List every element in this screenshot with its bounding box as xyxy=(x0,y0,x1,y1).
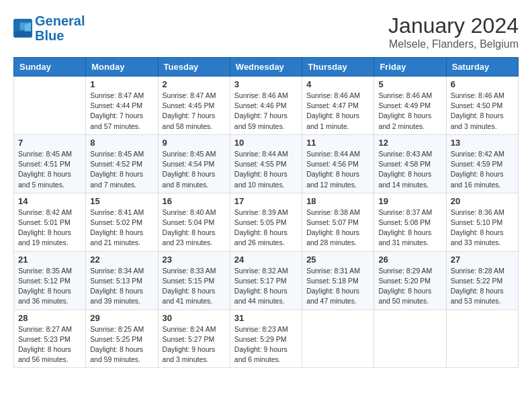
day-number: 2 xyxy=(163,79,226,89)
day-number: 18 xyxy=(306,196,369,206)
header-thursday: Thursday xyxy=(302,58,374,77)
day-info: Sunrise: 8:41 AM Sunset: 5:02 PM Dayligh… xyxy=(90,208,153,248)
day-info: Sunrise: 8:46 AM Sunset: 4:50 PM Dayligh… xyxy=(451,91,514,132)
day-number: 24 xyxy=(234,255,298,265)
day-info: Sunrise: 8:34 AM Sunset: 5:13 PM Dayligh… xyxy=(90,266,153,307)
calendar-cell: 11Sunrise: 8:44 AM Sunset: 4:56 PM Dayli… xyxy=(302,134,374,193)
day-number: 22 xyxy=(90,255,153,265)
calendar-cell: 1Sunrise: 8:47 AM Sunset: 4:44 PM Daylig… xyxy=(86,77,158,135)
day-info: Sunrise: 8:47 AM Sunset: 4:44 PM Dayligh… xyxy=(90,91,153,132)
day-info: Sunrise: 8:46 AM Sunset: 4:46 PM Dayligh… xyxy=(234,91,298,132)
calendar-cell: 29Sunrise: 8:25 AM Sunset: 5:25 PM Dayli… xyxy=(86,310,158,368)
calendar-cell: 21Sunrise: 8:35 AM Sunset: 5:12 PM Dayli… xyxy=(14,251,86,310)
calendar-cell: 5Sunrise: 8:46 AM Sunset: 4:49 PM Daylig… xyxy=(374,77,446,135)
calendar-cell: 25Sunrise: 8:31 AM Sunset: 5:18 PM Dayli… xyxy=(302,251,374,310)
calendar-cell: 22Sunrise: 8:34 AM Sunset: 5:13 PM Dayli… xyxy=(86,251,158,310)
header-tuesday: Tuesday xyxy=(158,58,230,77)
day-number: 12 xyxy=(378,138,441,148)
header-wednesday: Wednesday xyxy=(230,58,302,77)
day-number: 30 xyxy=(163,313,226,323)
calendar-cell xyxy=(374,310,446,368)
day-info: Sunrise: 8:37 AM Sunset: 5:08 PM Dayligh… xyxy=(378,208,441,248)
day-info: Sunrise: 8:28 AM Sunset: 5:22 PM Dayligh… xyxy=(451,266,514,307)
day-info: Sunrise: 8:24 AM Sunset: 5:27 PM Dayligh… xyxy=(163,324,226,365)
day-number: 29 xyxy=(90,313,153,323)
header-saturday: Saturday xyxy=(446,58,518,77)
calendar-cell: 4Sunrise: 8:46 AM Sunset: 4:47 PM Daylig… xyxy=(302,77,374,135)
week-row-4: 28Sunrise: 8:27 AM Sunset: 5:23 PM Dayli… xyxy=(14,310,519,368)
day-number: 25 xyxy=(306,255,369,265)
logo: General Blue xyxy=(13,13,85,43)
calendar-cell: 14Sunrise: 8:42 AM Sunset: 5:01 PM Dayli… xyxy=(14,193,86,251)
week-row-1: 7Sunrise: 8:45 AM Sunset: 4:51 PM Daylig… xyxy=(14,134,519,193)
calendar-cell: 15Sunrise: 8:41 AM Sunset: 5:02 PM Dayli… xyxy=(86,193,158,251)
header-friday: Friday xyxy=(374,58,446,77)
calendar-cell: 6Sunrise: 8:46 AM Sunset: 4:50 PM Daylig… xyxy=(446,77,518,135)
day-info: Sunrise: 8:38 AM Sunset: 5:07 PM Dayligh… xyxy=(306,208,369,248)
day-info: Sunrise: 8:33 AM Sunset: 5:15 PM Dayligh… xyxy=(163,266,226,307)
week-row-0: 1Sunrise: 8:47 AM Sunset: 4:44 PM Daylig… xyxy=(14,77,519,135)
calendar-cell: 23Sunrise: 8:33 AM Sunset: 5:15 PM Dayli… xyxy=(158,251,230,310)
day-number: 13 xyxy=(451,138,514,148)
day-number: 26 xyxy=(378,255,441,265)
day-info: Sunrise: 8:25 AM Sunset: 5:25 PM Dayligh… xyxy=(90,324,153,365)
day-info: Sunrise: 8:45 AM Sunset: 4:51 PM Dayligh… xyxy=(18,149,81,190)
day-info: Sunrise: 8:47 AM Sunset: 4:45 PM Dayligh… xyxy=(163,91,226,132)
logo-icon xyxy=(13,19,32,38)
day-number: 3 xyxy=(234,79,298,89)
calendar-cell: 27Sunrise: 8:28 AM Sunset: 5:22 PM Dayli… xyxy=(446,251,518,310)
day-number: 11 xyxy=(306,138,369,148)
month-title: January 2024 xyxy=(388,13,519,38)
day-number: 5 xyxy=(378,79,441,89)
day-number: 4 xyxy=(306,79,369,89)
calendar-cell: 18Sunrise: 8:38 AM Sunset: 5:07 PM Dayli… xyxy=(302,193,374,251)
day-number: 21 xyxy=(18,255,81,265)
day-number: 17 xyxy=(234,196,298,206)
day-info: Sunrise: 8:29 AM Sunset: 5:20 PM Dayligh… xyxy=(378,266,441,307)
calendar-header-row: SundayMondayTuesdayWednesdayThursdayFrid… xyxy=(14,58,519,77)
day-info: Sunrise: 8:40 AM Sunset: 5:04 PM Dayligh… xyxy=(163,208,226,248)
day-info: Sunrise: 8:46 AM Sunset: 4:47 PM Dayligh… xyxy=(306,91,369,132)
header-monday: Monday xyxy=(86,58,158,77)
day-info: Sunrise: 8:35 AM Sunset: 5:12 PM Dayligh… xyxy=(18,266,81,307)
day-number: 14 xyxy=(18,196,81,206)
day-info: Sunrise: 8:39 AM Sunset: 5:05 PM Dayligh… xyxy=(234,208,298,248)
day-number: 7 xyxy=(18,138,81,148)
calendar-cell: 8Sunrise: 8:45 AM Sunset: 4:52 PM Daylig… xyxy=(86,134,158,193)
day-number: 20 xyxy=(451,196,514,206)
day-info: Sunrise: 8:36 AM Sunset: 5:10 PM Dayligh… xyxy=(451,208,514,248)
location-title: Melsele, Flanders, Belgium xyxy=(388,38,519,50)
day-info: Sunrise: 8:44 AM Sunset: 4:56 PM Dayligh… xyxy=(306,149,369,190)
day-info: Sunrise: 8:42 AM Sunset: 4:59 PM Dayligh… xyxy=(451,149,514,190)
logo-text: General Blue xyxy=(35,13,85,43)
day-number: 31 xyxy=(234,313,298,323)
day-number: 28 xyxy=(18,313,81,323)
calendar-cell: 13Sunrise: 8:42 AM Sunset: 4:59 PM Dayli… xyxy=(446,134,518,193)
day-info: Sunrise: 8:42 AM Sunset: 5:01 PM Dayligh… xyxy=(18,208,81,248)
calendar-cell: 30Sunrise: 8:24 AM Sunset: 5:27 PM Dayli… xyxy=(158,310,230,368)
day-number: 19 xyxy=(378,196,441,206)
calendar-cell: 17Sunrise: 8:39 AM Sunset: 5:05 PM Dayli… xyxy=(230,193,302,251)
day-info: Sunrise: 8:44 AM Sunset: 4:55 PM Dayligh… xyxy=(234,149,298,190)
calendar-cell: 19Sunrise: 8:37 AM Sunset: 5:08 PM Dayli… xyxy=(374,193,446,251)
day-info: Sunrise: 8:46 AM Sunset: 4:49 PM Dayligh… xyxy=(378,91,441,132)
day-number: 8 xyxy=(90,138,153,148)
header-sunday: Sunday xyxy=(14,58,86,77)
day-number: 15 xyxy=(90,196,153,206)
calendar-cell xyxy=(14,77,86,135)
calendar-cell: 24Sunrise: 8:32 AM Sunset: 5:17 PM Dayli… xyxy=(230,251,302,310)
calendar-cell: 26Sunrise: 8:29 AM Sunset: 5:20 PM Dayli… xyxy=(374,251,446,310)
day-info: Sunrise: 8:23 AM Sunset: 5:29 PM Dayligh… xyxy=(234,324,298,365)
calendar-cell: 10Sunrise: 8:44 AM Sunset: 4:55 PM Dayli… xyxy=(230,134,302,193)
calendar-cell: 2Sunrise: 8:47 AM Sunset: 4:45 PM Daylig… xyxy=(158,77,230,135)
day-number: 10 xyxy=(234,138,298,148)
day-info: Sunrise: 8:32 AM Sunset: 5:17 PM Dayligh… xyxy=(234,266,298,307)
day-number: 6 xyxy=(451,79,514,89)
calendar-cell: 31Sunrise: 8:23 AM Sunset: 5:29 PM Dayli… xyxy=(230,310,302,368)
week-row-3: 21Sunrise: 8:35 AM Sunset: 5:12 PM Dayli… xyxy=(14,251,519,310)
day-info: Sunrise: 8:27 AM Sunset: 5:23 PM Dayligh… xyxy=(18,324,81,365)
calendar-cell: 3Sunrise: 8:46 AM Sunset: 4:46 PM Daylig… xyxy=(230,77,302,135)
calendar-cell: 20Sunrise: 8:36 AM Sunset: 5:10 PM Dayli… xyxy=(446,193,518,251)
calendar-table: SundayMondayTuesdayWednesdayThursdayFrid… xyxy=(13,57,519,368)
day-info: Sunrise: 8:31 AM Sunset: 5:18 PM Dayligh… xyxy=(306,266,369,307)
